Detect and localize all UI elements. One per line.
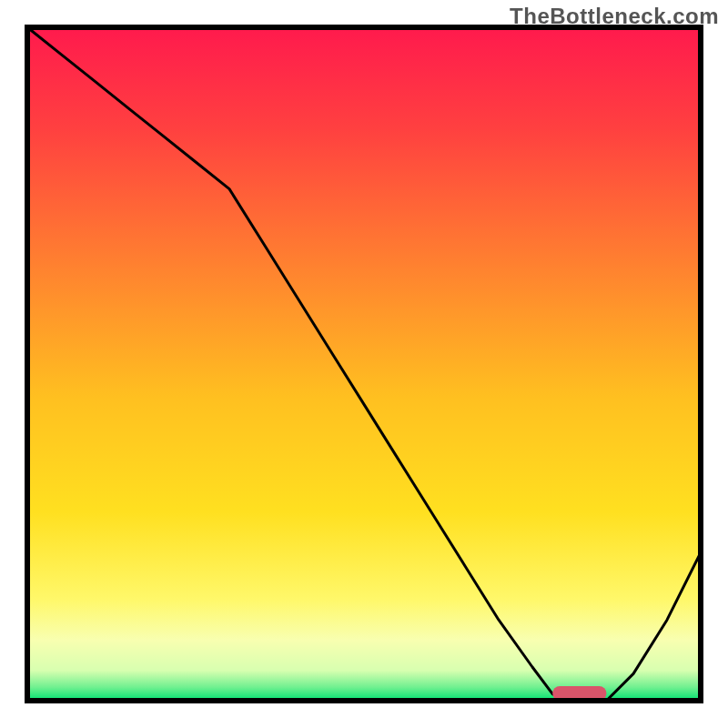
watermark-text: TheBottleneck.com <box>510 4 719 29</box>
chart-container: TheBottleneck.com <box>0 0 728 728</box>
bottleneck-chart <box>0 0 728 728</box>
chart-background <box>27 27 701 701</box>
